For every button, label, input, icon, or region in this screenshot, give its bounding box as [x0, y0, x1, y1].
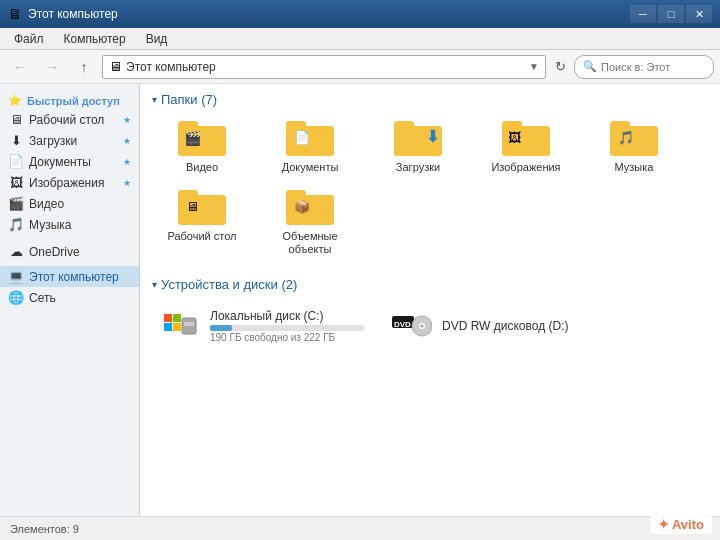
maximize-button[interactable]: □ [658, 5, 684, 23]
svg-rect-0 [164, 314, 172, 322]
sidebar-item-network[interactable]: 🌐 Сеть [0, 287, 139, 308]
refresh-button[interactable]: ↻ [550, 57, 570, 77]
sidebar-label-music: Музыка [29, 218, 71, 232]
avito-logo-icon: ✦ [658, 517, 672, 532]
search-bar: 🔍 [574, 55, 714, 79]
title-bar-icon: 🖥 [8, 6, 22, 22]
minimize-button[interactable]: ─ [630, 5, 656, 23]
sidebar-label-video: Видео [29, 197, 64, 211]
folders-section-title: Папки (7) [161, 92, 217, 107]
title-bar-text: Этот компьютер [28, 7, 624, 21]
drive-c-name: Локальный диск (C:) [210, 309, 364, 323]
drive-d-name: DVD RW дисковод (D:) [442, 319, 596, 333]
network-icon: 🌐 [8, 290, 24, 305]
documents-icon: 📄 [8, 154, 24, 169]
sidebar-item-downloads[interactable]: ⬇ Загрузки ★ [0, 130, 139, 151]
sidebar-item-images[interactable]: 🖼 Изображения ★ [0, 172, 139, 193]
drive-d-icon: DVD [392, 308, 432, 344]
folder-documents[interactable]: 📄 Документы [260, 117, 360, 178]
status-bar: Элементов: 9 [0, 516, 720, 540]
folder-images[interactable]: 🖼 Изображения [476, 117, 576, 178]
sidebar-item-video[interactable]: 🎬 Видео [0, 193, 139, 214]
content-area: ▾ Папки (7) 🎬 Видео 📄 Документы [140, 84, 720, 516]
sidebar-favorites-header: ⭐ Быстрый доступ [0, 90, 139, 109]
video-icon: 🎬 [8, 196, 24, 211]
desktop-icon: 🖥 [8, 112, 24, 127]
desktop-folder-icon: 🖥 [186, 199, 199, 214]
folder-3d[interactable]: 📦 Объемные объекты [260, 186, 360, 260]
svg-rect-5 [184, 322, 194, 326]
sidebar-item-thispc[interactable]: 💻 Этот компьютер [0, 266, 139, 287]
images-folder-icon: 🖼 [508, 130, 521, 145]
folder-downloads[interactable]: ⬇ Загрузки [368, 117, 468, 178]
search-icon: 🔍 [583, 60, 597, 73]
title-bar-buttons: ─ □ ✕ [630, 5, 712, 23]
close-button[interactable]: ✕ [686, 5, 712, 23]
downloads-arrow-icon: ⬇ [426, 127, 439, 146]
folder-desktop-label: Рабочий стол [167, 230, 236, 243]
address-bar: 🖥 Этот компьютер ▼ [102, 55, 546, 79]
folder-3d-label: Объемные объекты [264, 230, 356, 256]
avito-badge: ✦ Avito [650, 515, 712, 534]
drive-d-info: DVD RW дисковод (D:) [442, 319, 596, 333]
sidebar-label-desktop: Рабочий стол [29, 113, 104, 127]
toolbar: ← → ↑ 🖥 Этот компьютер ▼ ↻ 🔍 [0, 50, 720, 84]
onedrive-icon: ☁ [8, 244, 24, 259]
folders-grid: 🎬 Видео 📄 Документы ⬇ Загрузки [152, 117, 708, 261]
address-text: Этот компьютер [126, 60, 525, 74]
drive-c-sub: 190 ГБ свободно из 222 ГБ [210, 332, 364, 343]
menu-bar: Файл Компьютер Вид [0, 28, 720, 50]
folder-documents-label: Документы [282, 161, 339, 174]
main-layout: ⭐ Быстрый доступ 🖥 Рабочий стол ★ ⬇ Загр… [0, 84, 720, 516]
sidebar-item-desktop[interactable]: 🖥 Рабочий стол ★ [0, 109, 139, 130]
search-input[interactable] [601, 61, 705, 73]
sidebar-item-documents[interactable]: 📄 Документы ★ [0, 151, 139, 172]
folders-chevron-icon: ▾ [152, 94, 157, 105]
svg-rect-3 [173, 323, 181, 331]
sidebar-item-onedrive[interactable]: ☁ OneDrive [0, 241, 139, 262]
3d-folder-icon: 📦 [294, 199, 310, 214]
sidebar-label-downloads: Загрузки [29, 134, 77, 148]
svg-text:DVD: DVD [394, 320, 411, 329]
folder-video[interactable]: 🎬 Видео [152, 117, 252, 178]
thispc-icon: 💻 [8, 269, 24, 284]
folder-video-label: Видео [186, 161, 218, 174]
documents-folder-icon: 📄 [294, 130, 310, 145]
music-folder-icon: 🎵 [618, 130, 634, 145]
menu-file[interactable]: Файл [4, 30, 54, 48]
menu-view[interactable]: Вид [136, 30, 178, 48]
title-bar: 🖥 Этот компьютер ─ □ ✕ [0, 0, 720, 28]
sidebar-label-documents: Документы [29, 155, 91, 169]
folder-images-label: Изображения [491, 161, 560, 174]
sidebar-label-thispc: Этот компьютер [29, 270, 119, 284]
up-button[interactable]: ↑ [70, 54, 98, 80]
drive-c[interactable]: Локальный диск (C:) 190 ГБ свободно из 2… [152, 302, 372, 350]
folders-section-header: ▾ Папки (7) [152, 92, 708, 107]
sidebar: ⭐ Быстрый доступ 🖥 Рабочий стол ★ ⬇ Загр… [0, 84, 140, 516]
star-icon: ⭐ [8, 94, 22, 107]
sidebar-item-music[interactable]: 🎵 Музыка [0, 214, 139, 235]
drive-d[interactable]: DVD DVD RW дисковод (D:) [384, 302, 604, 350]
devices-chevron-icon: ▾ [152, 279, 157, 290]
images-icon: 🖼 [8, 175, 24, 190]
address-dropdown-icon[interactable]: ▼ [529, 61, 539, 72]
drive-c-bar-wrap [210, 325, 364, 331]
drives-row: Локальный диск (C:) 190 ГБ свободно из 2… [152, 302, 708, 350]
back-button[interactable]: ← [6, 54, 34, 80]
downloads-icon: ⬇ [8, 133, 24, 148]
svg-rect-1 [173, 314, 181, 322]
menu-computer[interactable]: Компьютер [54, 30, 136, 48]
sidebar-label-images: Изображения [29, 176, 104, 190]
status-text: Элементов: 9 [10, 523, 79, 535]
folder-music[interactable]: 🎵 Музыка [584, 117, 684, 178]
folder-music-label: Музыка [615, 161, 654, 174]
sidebar-label-network: Сеть [29, 291, 56, 305]
devices-section-title: Устройства и диски (2) [161, 277, 297, 292]
video-folder-icon: 🎬 [184, 130, 201, 146]
devices-section-header: ▾ Устройства и диски (2) [152, 277, 708, 292]
drive-c-bar [210, 325, 232, 331]
forward-button[interactable]: → [38, 54, 66, 80]
folder-desktop[interactable]: 🖥 Рабочий стол [152, 186, 252, 260]
address-icon: 🖥 [109, 59, 122, 74]
svg-point-10 [421, 324, 424, 327]
